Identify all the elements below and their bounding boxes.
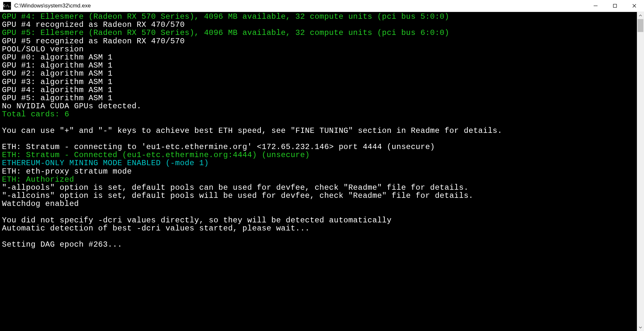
terminal-line: "-allcoins" option is set, default pools… — [2, 192, 635, 200]
terminal-line: GPU #4: algorithm ASM 1 — [2, 86, 635, 94]
terminal-line: GPU #5: algorithm ASM 1 — [2, 94, 635, 102]
terminal-line: GPU #4 recognized as Radeon RX 470/570 — [2, 21, 635, 29]
scroll-thumb[interactable] — [638, 19, 643, 32]
window-title: C:\Windows\system32\cmd.exe — [14, 3, 586, 9]
minimize-button[interactable] — [586, 0, 605, 12]
terminal-area: GPU #4: Ellesmere (Radeon RX 570 Series)… — [0, 12, 644, 331]
terminal-line: You can use "+" and "-" keys to achieve … — [2, 127, 635, 135]
terminal-line: POOL/SOLO version — [2, 45, 635, 53]
terminal-output[interactable]: GPU #4: Ellesmere (Radeon RX 570 Series)… — [0, 12, 637, 331]
svg-rect-1 — [613, 4, 617, 7]
terminal-line — [2, 118, 635, 126]
minimize-icon — [593, 4, 598, 8]
chevron-down-icon — [639, 326, 642, 329]
chevron-up-icon — [639, 14, 642, 17]
terminal-line: ETHEREUM-ONLY MINING MODE ENABLED (-mode… — [2, 159, 635, 167]
terminal-line: ETH: Stratum - connecting to 'eu1-etc.et… — [2, 143, 635, 151]
vertical-scrollbar[interactable] — [637, 12, 644, 331]
terminal-line: Setting DAG epoch #263... — [2, 240, 635, 249]
scroll-up-arrow[interactable] — [637, 12, 644, 19]
window-titlebar: C:\. C:\Windows\system32\cmd.exe — [0, 0, 644, 12]
terminal-line: GPU #2: algorithm ASM 1 — [2, 69, 635, 78]
terminal-line: GPU #3: algorithm ASM 1 — [2, 78, 635, 86]
window-controls — [586, 0, 644, 12]
terminal-line: No NVIDIA CUDA GPUs detected. — [2, 102, 635, 110]
terminal-line: "-allpools" option is set, default pools… — [2, 184, 635, 192]
terminal-line — [2, 208, 635, 216]
terminal-line: GPU #0: algorithm ASM 1 — [2, 53, 635, 61]
scroll-down-arrow[interactable] — [637, 324, 644, 331]
terminal-line: Watchdog enabled — [2, 200, 635, 208]
terminal-line: Automatic detection of best -dcri values… — [2, 224, 635, 232]
scroll-track[interactable] — [637, 19, 644, 324]
maximize-icon — [613, 4, 617, 8]
close-icon — [632, 4, 637, 8]
terminal-line: ETH: eth-proxy stratum mode — [2, 167, 635, 176]
terminal-line: GPU #4: Ellesmere (Radeon RX 570 Series)… — [2, 13, 635, 21]
cmd-icon: C:\. — [3, 2, 11, 10]
terminal-line: You did not specify -dcri values directl… — [2, 216, 635, 224]
terminal-line — [2, 232, 635, 240]
terminal-line: GPU #5: Ellesmere (Radeon RX 570 Series)… — [2, 29, 635, 37]
maximize-button[interactable] — [605, 0, 625, 12]
terminal-line: GPU #5 recognized as Radeon RX 470/570 — [2, 37, 635, 45]
terminal-line: GPU #1: algorithm ASM 1 — [2, 61, 635, 69]
close-button[interactable] — [625, 0, 644, 12]
terminal-line — [2, 135, 635, 143]
terminal-line: ETH: Stratum - Connected (eu1-etc.etherm… — [2, 151, 635, 159]
terminal-line: Total cards: 6 — [2, 110, 635, 118]
terminal-line: ETH: Authorized — [2, 176, 635, 184]
